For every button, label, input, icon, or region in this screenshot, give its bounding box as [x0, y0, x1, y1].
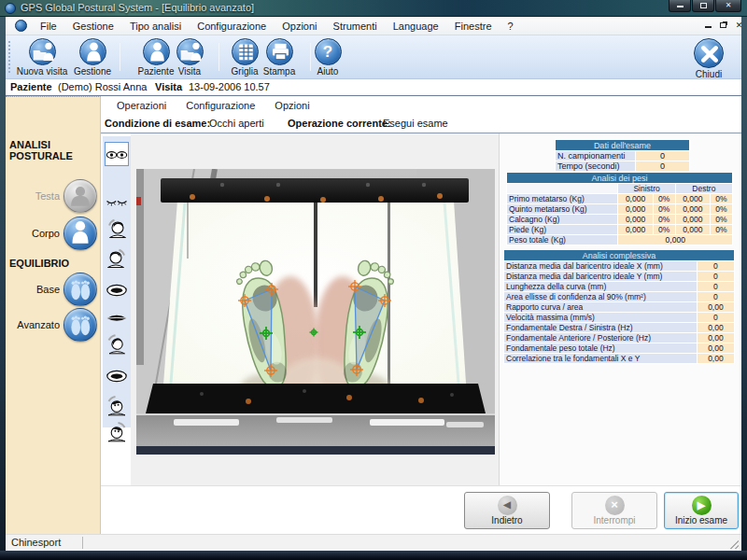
- interrompi-button[interactable]: × Interrompi: [571, 492, 657, 529]
- condition-bar: Condizione di esame: Occhi aperti Operaz…: [101, 115, 741, 133]
- new-visit-icon: [29, 38, 56, 65]
- analisi-pesi-table: Analisi dei pesi Sinistro Destro Primo m…: [506, 172, 733, 245]
- window-maximize-button[interactable]: [692, 0, 714, 12]
- condition-icon-eyes-open[interactable]: [105, 142, 129, 166]
- tab-operazioni[interactable]: Operazioni: [108, 97, 175, 115]
- close-icon: [694, 38, 724, 68]
- condition-icon-mouth-closed[interactable]: [105, 306, 129, 330]
- menu-item-strumenti[interactable]: Strumenti: [327, 17, 384, 35]
- print-icon: [266, 38, 293, 65]
- table-row: Lunghezza della curva (mm)0: [504, 282, 735, 292]
- table-title: Dati dell'esame: [556, 140, 690, 151]
- condition-icon-mouth-open[interactable]: [105, 278, 129, 302]
- table-row: Fondamentale peso totale (Hz)0,00: [504, 343, 735, 354]
- stop-icon: ×: [605, 496, 625, 515]
- table-row: Quinto metatarso (Kg)0,0000%0,0000%: [507, 204, 733, 215]
- condition-icon-eyes-closed[interactable]: [105, 190, 129, 215]
- footer-button-bar: ◀ Indietro × Interrompi ▶ Inizio esame: [101, 485, 741, 534]
- toolbar: Nuova visita Gestione Paziente Visita Gr…: [6, 35, 741, 79]
- mdi-close-button[interactable]: ✕: [733, 21, 745, 32]
- table-row: Correlazione tra le fondamentali X e Y0,…: [504, 354, 735, 364]
- toolbar-chiudi-button[interactable]: Chiudi: [680, 38, 738, 77]
- table-row: Primo metatarso (Kg)0,0000%0,0000%: [507, 194, 733, 204]
- menu-item-gestione[interactable]: Gestione: [66, 17, 120, 35]
- sidebar-item-avanzato[interactable]: Avanzato: [6, 308, 101, 343]
- menu-item-file[interactable]: File: [34, 17, 63, 35]
- sidebar-section-equilibrio: EQUILIBRIO: [9, 258, 99, 269]
- table-row: Area ellisse di confidenza al 90% (mm²)0: [504, 292, 735, 302]
- toolbar-grip[interactable]: [8, 41, 11, 73]
- table-row: Tempo (secondi)0: [556, 161, 690, 172]
- condition-icon-head-extension-left[interactable]: [105, 394, 129, 418]
- sidebar-item-testa[interactable]: Testa: [6, 179, 101, 215]
- condition-icon-head-tilt[interactable]: [105, 332, 129, 357]
- tab-configurazione[interactable]: Configurazione: [177, 97, 263, 115]
- sidebar-section-analisi-posturale: ANALISI POSTURALE: [9, 139, 99, 161]
- table-row: Calcagno (Kg)0,0000%0,0000%: [507, 215, 733, 225]
- menu-item-language[interactable]: Language: [387, 17, 445, 35]
- resize-grip[interactable]: [730, 540, 739, 549]
- menu-item-finestre[interactable]: Finestre: [448, 17, 499, 35]
- table-row: Rapporto curva / area0,00: [504, 302, 735, 313]
- window-minimize-button[interactable]: [669, 0, 691, 12]
- indietro-button[interactable]: ◀ Indietro: [464, 492, 550, 529]
- toolbar-gestione-button[interactable]: Gestione: [63, 38, 121, 77]
- analisi-complessiva-table: Analisi complessiva Distanza media dal b…: [503, 249, 735, 364]
- menu-bar: File Gestione Tipo analisi Configurazion…: [6, 17, 741, 35]
- table-row: Fondamentale Destra / Sinistra (Hz)0,00: [504, 323, 735, 333]
- condition-icon-strip: [103, 136, 131, 427]
- mdi-app-icon: [15, 20, 27, 32]
- navigation-sidebar: ANALISI POSTURALE Testa Corpo EQUILIBRIO…: [6, 96, 101, 534]
- column-header-destro: Destro: [675, 184, 732, 194]
- start-arrow-icon: ▶: [692, 496, 712, 515]
- sidebar-item-corpo[interactable]: Corpo: [6, 217, 101, 252]
- patient-bar: Paziente (Demo) Rossi Anna Visita 13-09-…: [6, 79, 741, 96]
- toolbar-separator: [120, 43, 120, 71]
- toolbar-nuova-visita-button[interactable]: Nuova visita: [13, 38, 71, 77]
- condition-icon-mouth-open-2[interactable]: [105, 364, 129, 388]
- menu-item-tipo-analisi[interactable]: Tipo analisi: [123, 17, 188, 35]
- back-arrow-icon: ◀: [498, 496, 517, 515]
- table-row: Piede (Kg)0,0000%0,0000%: [507, 225, 733, 235]
- manage-icon: [79, 38, 106, 65]
- menu-item-help[interactable]: ?: [501, 17, 520, 35]
- table-row: Velocità massima (mm/s)0: [504, 313, 735, 323]
- toolbar-aiuto-button[interactable]: ? Aiuto: [299, 38, 357, 77]
- application-window: GPS Global Postural System - [Equilibrio…: [0, 0, 747, 560]
- menu-item-opzioni[interactable]: Opzioni: [275, 17, 323, 35]
- menu-item-configurazione[interactable]: Configurazione: [190, 17, 273, 35]
- toolbar-visita-button[interactable]: Visita: [161, 38, 218, 77]
- condition-label: Condizione di esame:: [105, 118, 210, 129]
- sidebar-item-base[interactable]: Base: [6, 273, 101, 308]
- table-title: Analisi complessiva: [504, 250, 735, 261]
- table-row: Fondamentale Anteriore / Posteriore (Hz)…: [504, 333, 735, 343]
- mdi-restore-button[interactable]: [717, 21, 729, 32]
- body-icon: [63, 217, 97, 250]
- condition-icon-head-turn-right[interactable]: [105, 246, 129, 271]
- table-title: Analisi dei pesi: [507, 173, 733, 184]
- inizio-esame-button[interactable]: ▶ Inizio esame: [664, 492, 739, 529]
- minimize-icon: [705, 25, 712, 28]
- condition-icon-head-turn-left[interactable]: [105, 217, 129, 241]
- table-total-row: Peso totale (Kg)0,000: [507, 235, 733, 245]
- operation-value: Esegui esame: [383, 118, 448, 129]
- tab-bar: Operazioni Configurazione Opzioni: [101, 97, 741, 115]
- table-header-row: Sinistro Destro: [507, 184, 733, 194]
- help-icon: ?: [315, 38, 342, 65]
- mdi-minimize-button[interactable]: [702, 21, 714, 32]
- restore-icon: [720, 22, 726, 28]
- maximize-icon: [700, 3, 707, 8]
- table-row: Distanza media dal baricentro ideale X (…: [504, 261, 735, 272]
- close-icon: ✕: [726, 1, 732, 9]
- visit-value: 13-09-2006 10.57: [189, 81, 270, 92]
- minimize-icon: [677, 5, 684, 7]
- window-border-right: [741, 17, 747, 551]
- feet-base-icon: [63, 273, 97, 306]
- tab-opzioni[interactable]: Opzioni: [266, 97, 317, 115]
- close-icon: ✕: [736, 21, 743, 30]
- table-row: N. campionamenti0: [556, 151, 690, 161]
- visit-label: Visita: [155, 81, 182, 92]
- head-icon: [63, 179, 97, 213]
- window-close-button[interactable]: ✕: [715, 0, 741, 12]
- condition-icon-head-extension-right[interactable]: [105, 420, 129, 444]
